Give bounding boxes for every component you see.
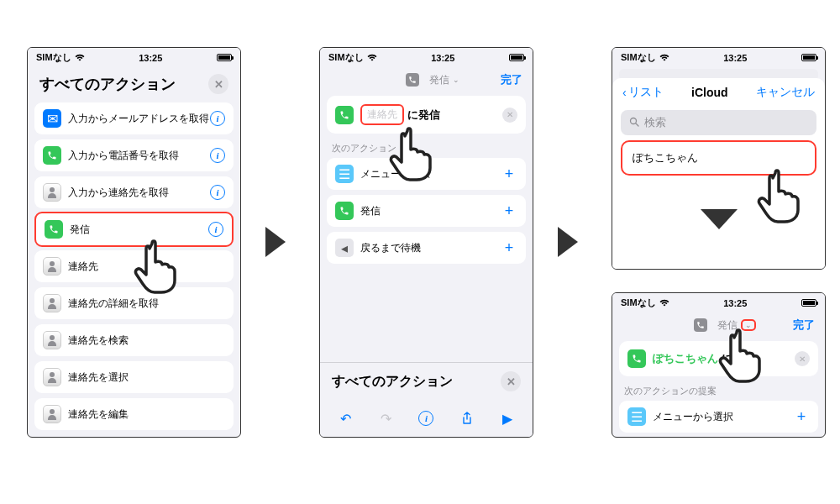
title-text: 発信 [429,73,449,87]
add-button[interactable]: + [501,165,517,183]
carrier-text: SIMなし [621,51,656,64]
cancel-button[interactable]: キャンセル [756,85,815,100]
section-label: 次のアクション [320,137,533,158]
status-bar: SIMなし 13:25 [28,48,240,67]
done-button[interactable]: 完了 [501,72,522,87]
page-title: すべてのアクション [39,74,176,94]
search-icon [629,117,639,129]
phone-icon [335,106,354,124]
nav-bar: 発信 ⌄ 完了 [320,67,533,92]
phone-icon [45,220,63,239]
battery-icon [509,54,524,61]
shortcut-icon [406,73,419,87]
contact-icon [43,257,61,276]
list-item[interactable]: 連絡先を検索 [34,324,234,356]
status-bar: SIMなし 13:25 [612,293,825,312]
suggestion-item[interactable]: 発信+ [327,195,526,227]
battery-icon [801,299,816,307]
wifi-icon [75,53,85,63]
wifi-icon [659,53,669,63]
menu-icon: ☰ [335,165,354,183]
done-button[interactable]: 完了 [793,318,815,333]
add-button[interactable]: + [501,239,517,257]
info-icon[interactable]: i [210,185,225,200]
shortcut-icon [694,318,707,332]
chevron-left-icon: ‹ [622,86,627,99]
search-input[interactable]: 検索 [621,110,816,135]
modal-nav: ‹リスト iCloud キャンセル [612,78,825,107]
action-card[interactable]: 連絡先 に発信 ✕ [327,96,526,134]
phone-screen-2: SIMなし 13:25 発信 ⌄ 完了 連絡先 に発信 ✕ 次のアクション ☰メ… [319,47,533,438]
play-button[interactable]: ▶ [494,407,521,430]
contact-icon [43,368,61,386]
phone-icon [335,202,354,220]
wifi-icon [659,298,669,308]
arrow-icon [558,227,578,257]
contact-icon [43,294,61,312]
svg-point-0 [631,118,637,123]
contact-placeholder[interactable]: 連絡先 [360,104,404,125]
clock: 13:25 [723,53,747,63]
list-item[interactable]: 入力から電話番号を取得i [34,139,234,171]
wifi-icon [367,53,377,63]
add-button[interactable]: + [501,202,517,220]
clock: 13:25 [723,298,747,308]
phone-screen-3-top: SIMなし 13:25 ‹リスト iCloud キャンセル 検索 ぽちこちゃん [612,47,826,270]
bottom-sheet: すべてのアクション ✕ ↶ ↷ i ▶ [320,362,533,437]
suggestion-item[interactable]: ☰メニュー 択+ [327,158,526,190]
battery-icon [801,54,816,61]
contact-token[interactable]: ぽちこちゃん [653,352,718,365]
phone-icon [627,349,646,368]
list-item[interactable]: 入力から連絡先を取得i [34,176,234,208]
contact-icon [43,183,61,202]
title-pill[interactable]: 発信 ⌄ [694,318,756,333]
add-button[interactable]: + [793,408,810,426]
info-button[interactable]: i [412,407,439,430]
clear-button[interactable]: ✕ [795,351,810,366]
sheet-header: すべてのアクション ✕ [28,67,240,102]
list-item[interactable]: 連絡先 [34,250,234,282]
list-item[interactable]: ✉入力からメールアドレスを取得i [34,102,234,134]
mail-icon: ✉ [43,109,61,128]
menu-icon: ☰ [627,407,646,426]
arrow-icon [265,227,286,257]
chevron-down-icon: ⌄ [453,76,459,84]
suggestion-item[interactable]: ☰メニューから選択+ [619,401,818,433]
info-icon[interactable]: i [210,148,225,163]
chevron-down-icon [701,209,738,229]
back-icon: ◂ [335,239,354,257]
info-icon[interactable]: i [210,111,225,126]
contact-icon [43,405,61,423]
search-placeholder: 検索 [644,115,666,130]
contact-icon [43,331,61,349]
suggestion-item[interactable]: ◂戻るまで待機+ [327,232,526,264]
status-bar: SIMなし 13:25 [612,48,825,67]
phone-screen-3-bottom: SIMなし 13:25 発信 ⌄ 完了 ぽちこちゃん に発信 ✕ 次のアクション… [612,292,826,438]
section-label: 次のアクションの提案 [612,380,825,401]
clear-button[interactable]: ✕ [502,108,517,123]
title-text: 発信 [717,318,738,333]
action-card[interactable]: ぽちこちゃん に発信 ✕ [619,341,818,376]
list-item[interactable]: 連絡先を編集 [34,398,234,430]
close-button[interactable]: ✕ [501,371,521,391]
list-item[interactable]: 連絡先を選択 [34,361,234,393]
action-list: ✉入力からメールアドレスを取得i 入力から電話番号を取得i 入力から連絡先を取得… [28,102,240,430]
clock: 13:25 [139,53,162,63]
share-button[interactable] [454,407,480,430]
sheet-title: すべてのアクション [332,373,453,391]
battery-icon [217,54,232,61]
close-button[interactable]: ✕ [208,74,228,94]
chevron-down-icon[interactable]: ⌄ [741,319,756,331]
toolbar: ↶ ↷ i ▶ [320,400,533,437]
undo-button[interactable]: ↶ [332,407,359,430]
redo-button[interactable]: ↷ [372,407,399,430]
phone-screen-1: SIMなし 13:25 すべてのアクション ✕ ✉入力からメールアドレスを取得i… [27,47,241,438]
info-icon[interactable]: i [208,222,223,237]
list-item-call[interactable]: 発信i [34,212,234,247]
list-item[interactable]: 連絡先の詳細を取得 [34,287,234,319]
status-bar: SIMなし 13:25 [320,48,533,67]
back-button[interactable]: ‹リスト [622,85,664,100]
phone-icon [43,146,61,165]
title-pill[interactable]: 発信 ⌄ [406,73,459,87]
contact-row[interactable]: ぽちこちゃん [621,140,816,176]
